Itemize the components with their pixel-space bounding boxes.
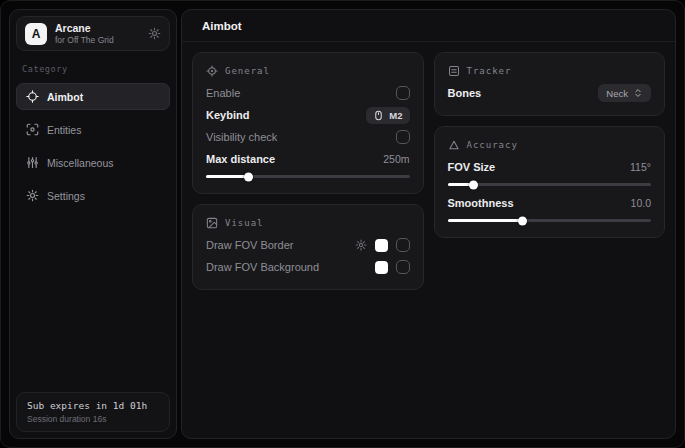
max-distance-value: 250m	[383, 153, 409, 165]
sub-expires-text: Sub expires in 1d 01h	[27, 400, 159, 411]
visibility-check-checkbox[interactable]	[396, 130, 410, 144]
fov-size-value: 115°	[630, 161, 651, 173]
app-logo: A	[25, 23, 47, 45]
slider-fill	[206, 175, 249, 178]
column-right: Tracker Bones Neck	[434, 52, 666, 238]
app-subtitle: for Off The Grid	[55, 35, 114, 45]
max-distance-slider[interactable]	[206, 175, 410, 178]
tracker-card-header: Tracker	[448, 65, 652, 77]
target-icon	[206, 65, 218, 77]
draw-fov-background-controls	[375, 260, 410, 274]
enable-label: Enable	[206, 87, 240, 99]
slider-fill	[448, 183, 474, 186]
bones-value: Neck	[606, 88, 628, 99]
app-header-text: Arcane for Off The Grid	[55, 22, 114, 45]
sidebar-item-label: Settings	[47, 190, 85, 202]
app-name: Arcane	[55, 22, 114, 34]
sidebar-item-label: Miscellaneous	[47, 157, 114, 169]
draw-fov-border-row: Draw FOV Border	[206, 234, 410, 256]
general-card-title: General	[225, 66, 270, 76]
draw-fov-background-checkbox[interactable]	[396, 260, 410, 274]
image-icon	[206, 217, 218, 229]
enable-row: Enable	[206, 82, 410, 104]
smoothness-slider[interactable]	[448, 219, 652, 222]
slider-thumb[interactable]	[469, 180, 478, 189]
sliders-icon	[26, 156, 39, 169]
sidebar-item-miscellaneous[interactable]: Miscellaneous	[16, 149, 170, 176]
bones-row: Bones Neck	[448, 82, 652, 104]
sidebar: A Arcane for Off The Grid Category Aimbo	[9, 9, 177, 439]
general-card: General Enable Keybind	[192, 52, 424, 194]
keybind-label: Keybind	[206, 109, 249, 121]
sidebar-item-aimbot[interactable]: Aimbot	[16, 83, 170, 110]
gear-icon[interactable]	[148, 27, 161, 40]
sidebar-item-label: Aimbot	[47, 91, 83, 103]
content: General Enable Keybind	[182, 42, 675, 300]
bones-label: Bones	[448, 87, 482, 99]
subscription-card: Sub expires in 1d 01h Session duration 1…	[16, 392, 170, 432]
sidebar-item-entities[interactable]: Entities	[16, 116, 170, 143]
fov-border-color-swatch[interactable]	[375, 239, 388, 252]
column-left: General Enable Keybind	[192, 52, 424, 290]
tracker-card: Tracker Bones Neck	[434, 52, 666, 116]
sidebar-item-settings[interactable]: Settings	[16, 182, 170, 209]
general-card-header: General	[206, 65, 410, 77]
bones-dropdown[interactable]: Neck	[598, 84, 651, 102]
draw-fov-border-checkbox[interactable]	[396, 238, 410, 252]
visual-card: Visual Draw FOV Border	[192, 204, 424, 290]
fov-size-slider[interactable]	[448, 183, 652, 186]
slider-thumb[interactable]	[518, 216, 527, 225]
smoothness-value: 10.0	[631, 197, 651, 209]
session-duration-text: Session duration 16s	[27, 414, 159, 424]
smoothness-label: Smoothness	[448, 197, 514, 209]
draw-fov-border-controls	[355, 238, 410, 252]
accuracy-card-header: Accuracy	[448, 139, 652, 151]
keybind-badge[interactable]: M2	[366, 107, 409, 124]
max-distance-row: Max distance 250m	[206, 148, 410, 170]
draw-fov-border-label: Draw FOV Border	[206, 239, 293, 251]
visibility-check-label: Visibility check	[206, 131, 277, 143]
fov-size-label: FOV Size	[448, 161, 496, 173]
gear-icon[interactable]	[355, 239, 367, 251]
tracker-icon	[448, 65, 460, 77]
mouse-icon	[373, 110, 384, 121]
fov-size-row: FOV Size 115°	[448, 156, 652, 178]
slider-thumb[interactable]	[244, 172, 253, 181]
fov-background-color-swatch[interactable]	[375, 261, 388, 274]
scan-eye-icon	[26, 123, 39, 136]
page-title: Aimbot	[182, 10, 675, 42]
angle-icon	[448, 139, 460, 151]
category-label: Category	[22, 64, 164, 74]
app-window: A Arcane for Off The Grid Category Aimbo	[0, 0, 685, 448]
gear-icon	[26, 189, 39, 202]
keybind-row: Keybind M2	[206, 104, 410, 126]
accuracy-card: Accuracy FOV Size 115° Smoothness 10.0	[434, 126, 666, 238]
visual-card-title: Visual	[225, 218, 264, 228]
enable-checkbox[interactable]	[396, 86, 410, 100]
main-panel: Aimbot General	[181, 9, 676, 439]
max-distance-label: Max distance	[206, 153, 275, 165]
keybind-value: M2	[389, 110, 402, 121]
accuracy-card-title: Accuracy	[467, 140, 518, 150]
slider-fill	[448, 219, 523, 222]
app-header: A Arcane for Off The Grid	[16, 16, 170, 51]
tracker-card-title: Tracker	[467, 66, 512, 76]
smoothness-row: Smoothness 10.0	[448, 192, 652, 214]
chevrons-up-down-icon	[633, 88, 643, 98]
draw-fov-background-row: Draw FOV Background	[206, 256, 410, 278]
visual-card-header: Visual	[206, 217, 410, 229]
sidebar-item-label: Entities	[47, 124, 81, 136]
crosshair-icon	[26, 90, 39, 103]
visibility-check-row: Visibility check	[206, 126, 410, 148]
draw-fov-background-label: Draw FOV Background	[206, 261, 319, 273]
